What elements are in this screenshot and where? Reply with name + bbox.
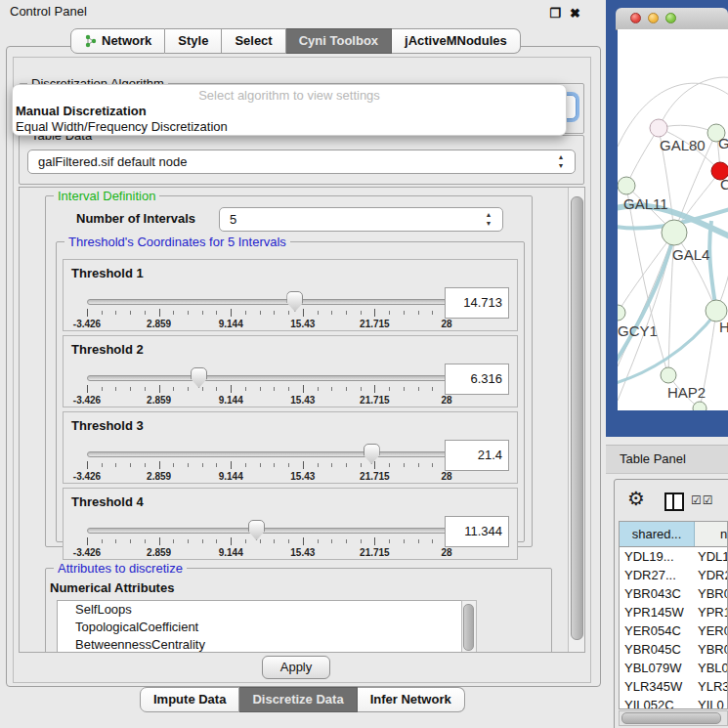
threshold-value-field[interactable]: 21.4 [445, 440, 509, 471]
tick-mark [145, 387, 146, 391]
attributes-list-scrollbar[interactable] [461, 600, 477, 653]
network-window-titlebar [616, 8, 728, 30]
slider-track[interactable] [87, 451, 449, 457]
scrollbar-thumb[interactable] [463, 604, 474, 651]
tab-impute-data[interactable]: Impute Data [140, 687, 239, 712]
numerical-attributes-label: Numerical Attributes [50, 580, 174, 595]
tick-mark [245, 311, 246, 315]
threshold-label: Threshold 2 [71, 342, 144, 357]
table-row[interactable]: YPR145WYPR1 [620, 603, 727, 621]
slider-track[interactable] [87, 299, 449, 305]
minimize-traffic-light[interactable] [648, 13, 659, 23]
threshold-value-field[interactable]: 11.344 [445, 516, 509, 547]
attributes-group-title: Attributes to discretize [54, 561, 187, 576]
tick-mark [389, 539, 390, 543]
popup-option-equal-width[interactable]: Equal Width/Frequency Discretization [16, 119, 228, 134]
attribute-list-item[interactable]: SelfLoops [58, 601, 462, 619]
table-row[interactable]: YER054CYER0 [620, 621, 727, 640]
zoom-traffic-light[interactable] [665, 13, 676, 23]
table-row[interactable]: YIL052CYIL0 [620, 696, 727, 709]
label-hap2: HAP2 [667, 384, 706, 401]
tick-mark [130, 311, 131, 315]
close-traffic-light[interactable] [630, 13, 641, 23]
slider-tick-labels: -3.4262.8599.14415.4321.71528 [87, 547, 447, 559]
tick-mark [346, 463, 347, 467]
node-gal4[interactable] [662, 220, 687, 245]
tick-mark [346, 387, 347, 391]
tick-mark [159, 537, 160, 545]
threshold-slider[interactable]: -3.4262.8599.14415.4321.71528 [87, 524, 447, 557]
cell-name: YDR2 [694, 566, 727, 584]
threshold-slider[interactable]: -3.4262.8599.14415.4321.71528 [87, 448, 447, 481]
node-gal11[interactable] [618, 177, 635, 194]
node-hap2[interactable] [661, 367, 676, 383]
table-row[interactable]: YDL19...YDL1 [620, 547, 727, 566]
threshold-box: Threshold 1 -3.4262.8599.14415.4321.7152… [63, 259, 518, 331]
column-shared-name[interactable]: shared... [620, 522, 695, 546]
node-gal80[interactable] [650, 119, 667, 137]
attribute-list-item[interactable]: TopologicalCoefficient [58, 619, 462, 636]
table-row[interactable]: YDR27...YDR2 [620, 566, 727, 584]
tick-mark [159, 385, 160, 393]
tick-mark [374, 309, 375, 317]
tab-select[interactable]: Select [222, 28, 285, 54]
tick-label: 9.144 [219, 395, 243, 406]
tick-mark [432, 311, 433, 315]
panel-title: Control Panel [10, 0, 87, 23]
tick-mark [202, 311, 203, 315]
popup-option-manual[interactable]: Manual Discretization [16, 104, 147, 118]
float-icon[interactable]: ❐ [549, 2, 561, 25]
label-gal11: GAL11 [623, 195, 668, 212]
node-gcy1[interactable] [618, 305, 625, 321]
threshold-box: Threshold 2 -3.4262.8599.14415.4321.7152… [63, 335, 518, 407]
checkbox-icons[interactable]: ☑☑ [691, 493, 714, 507]
threshold-slider[interactable]: -3.4262.8599.14415.4321.71528 [87, 295, 447, 328]
tab-cyni-toolbox[interactable]: Cyni Toolbox [286, 28, 392, 54]
tab-jactivemnodules[interactable]: jActiveMNodules [392, 28, 521, 54]
tick-mark [288, 463, 289, 467]
tab-infer-network[interactable]: Infer Network [358, 687, 465, 712]
threshold-slider[interactable]: -3.4262.8599.14415.4321.71528 [87, 371, 447, 405]
threshold-value-field[interactable]: 6.316 [445, 364, 509, 395]
bottom-tabbar: Impute Data Discretize Data Infer Networ… [140, 687, 465, 712]
tick-label: 15.43 [290, 319, 315, 329]
close-icon[interactable]: ✖ [570, 2, 580, 25]
scrollbar-thumb[interactable] [571, 196, 583, 640]
network-graph: GAL80 G C GAL11 GAL4 GCY1 H HAP2 [618, 29, 728, 410]
tab-discretize-data[interactable]: Discretize Data [239, 687, 357, 712]
node-bottom[interactable] [693, 402, 707, 410]
tick-mark [202, 463, 203, 467]
apply-button[interactable]: Apply [262, 656, 330, 679]
table-row[interactable]: YLR345WYLR3 [620, 677, 727, 696]
tick-mark [331, 539, 332, 543]
network-canvas[interactable]: GAL80 G C GAL11 GAL4 GCY1 H HAP2 [618, 29, 728, 410]
tick-mark [130, 387, 131, 391]
table-row[interactable]: YBL079WYBL0 [620, 659, 727, 677]
tick-mark [418, 463, 419, 467]
num-intervals-combo[interactable]: 5 ▲▼ [219, 207, 503, 232]
scrollbar-thumb[interactable] [621, 712, 721, 724]
table-row[interactable]: YBR045CYBR0 [620, 640, 727, 659]
settings-vertical-scrollbar[interactable] [568, 188, 584, 652]
tick-label: -3.426 [73, 319, 101, 329]
gear-icon[interactable]: ⚙ [627, 489, 645, 508]
table-horizontal-scrollbar[interactable] [619, 710, 728, 726]
split-column-icon[interactable] [664, 492, 684, 511]
slider-track[interactable] [87, 528, 449, 534]
threshold-value-field[interactable]: 14.713 [445, 287, 509, 319]
tab-style[interactable]: Style [165, 28, 222, 54]
table-panel-header: Table Panel [606, 445, 728, 474]
column-name[interactable]: n [695, 522, 727, 546]
threshold-label: Threshold 3 [71, 418, 144, 433]
cell-name: YBL0 [694, 659, 727, 677]
threshold-box: Threshold 3 -3.4262.8599.14415.4321.7152… [63, 411, 518, 484]
tab-network[interactable]: Network [70, 28, 165, 54]
attribute-list-item[interactable]: BetweennessCentrality [58, 636, 462, 653]
table-row[interactable]: YBR043CYBR0 [620, 584, 727, 603]
tick-mark [87, 461, 88, 469]
slider-track[interactable] [87, 375, 449, 381]
table-data-combo[interactable]: galFiltered.sif default node ▲▼ [27, 150, 576, 174]
numerical-attributes-list[interactable]: SelfLoopsTopologicalCoefficientBetweenne… [57, 600, 463, 653]
label-partial-h: H [719, 319, 728, 335]
tick-mark [216, 463, 217, 467]
